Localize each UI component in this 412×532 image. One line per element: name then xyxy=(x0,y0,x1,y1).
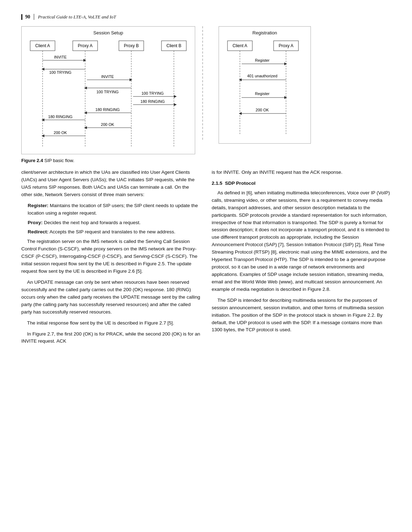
svg-text:100 TRYING: 100 TRYING xyxy=(97,90,119,94)
fig-divider xyxy=(202,26,203,140)
figure-caption: Figure 2.4 SIP basic flow. xyxy=(21,158,391,163)
svg-marker-33 xyxy=(84,126,87,129)
text-columns: client/server architecture in which the … xyxy=(21,169,391,349)
figure-label: Figure 2.4 xyxy=(21,158,43,163)
list-item-redirect: Redirect: Accepts the SIP request and tr… xyxy=(21,228,200,236)
session-setup-svg: Client A Proxy A Proxy B Client B xyxy=(27,39,190,149)
svg-text:Register: Register xyxy=(255,92,270,96)
svg-text:200 OK: 200 OK xyxy=(101,122,114,127)
left-para-5: In Figure 2.7, the first 200 (OK) is for… xyxy=(21,331,200,345)
svg-text:200 OK: 200 OK xyxy=(256,108,269,112)
page-header: 90 │ Practical Guide to LTE-A, VoLTE and… xyxy=(21,14,391,20)
left-column: client/server architecture in which the … xyxy=(21,169,200,349)
list-item-proxy: Proxy: Decides the next hop and forwards… xyxy=(21,219,200,227)
left-para-1: client/server architecture in which the … xyxy=(21,169,200,199)
figures-row: Session Setup Client A Proxy A Proxy B C… xyxy=(21,26,391,154)
svg-text:401 unauthorized: 401 unauthorized xyxy=(247,74,277,78)
page-title-text: Practical Guide to LTE-A, VoLTE and IoT xyxy=(38,14,116,20)
left-para-4: The initial response flow sent by the UE… xyxy=(21,320,200,327)
svg-text:180 RINGING: 180 RINGING xyxy=(95,107,120,112)
right-para-2: As defined in [6], when initiating multi… xyxy=(212,189,391,293)
session-setup-title: Session Setup xyxy=(27,30,190,35)
svg-marker-54 xyxy=(239,112,242,115)
svg-text:INVITE: INVITE xyxy=(54,55,66,59)
registration-svg: Client A Proxy A Register 401 unauthoriz… xyxy=(224,39,306,138)
svg-marker-21 xyxy=(174,95,177,98)
svg-text:Register: Register xyxy=(255,58,270,62)
svg-marker-9 xyxy=(83,59,86,62)
list-item-register: Register: Maintains the location of SIP … xyxy=(21,202,200,217)
right-para-3: The SDP is intended for describing multi… xyxy=(212,297,391,334)
svg-marker-12 xyxy=(42,68,44,71)
svg-text:180 RINGING: 180 RINGING xyxy=(48,115,72,119)
page: 90 │ Practical Guide to LTE-A, VoLTE and… xyxy=(0,0,412,532)
svg-marker-48 xyxy=(239,78,242,81)
registration-title: Registration xyxy=(224,30,306,35)
svg-text:Proxy A: Proxy A xyxy=(279,43,293,48)
svg-text:200 OK: 200 OK xyxy=(54,131,67,135)
svg-text:100 TRYING: 100 TRYING xyxy=(49,70,72,74)
right-column: is for INVITE. Only an INVITE request ha… xyxy=(212,169,391,349)
col-proxy-a: Proxy A xyxy=(78,43,92,48)
svg-marker-15 xyxy=(130,78,132,81)
svg-marker-24 xyxy=(174,103,177,106)
left-para-3: An UPDATE message can only be sent when … xyxy=(21,279,200,316)
col-proxy-b: Proxy B xyxy=(124,43,139,48)
page-number: 90 xyxy=(25,14,30,20)
svg-marker-30 xyxy=(42,118,44,121)
col-client-a: Client A xyxy=(35,43,50,48)
svg-text:180 RINGING: 180 RINGING xyxy=(141,99,165,104)
left-para-2: The registration server on the IMS netwo… xyxy=(21,238,200,275)
svg-marker-45 xyxy=(284,62,287,65)
session-setup-diagram: Session Setup Client A Proxy A Proxy B C… xyxy=(21,26,195,154)
page-title: │ xyxy=(32,14,36,20)
svg-text:100 TRYING: 100 TRYING xyxy=(142,91,164,95)
figure-caption-text: SIP basic flow. xyxy=(43,158,74,163)
registration-diagram: Registration Client A Proxy A Register xyxy=(219,26,311,144)
svg-marker-36 xyxy=(42,134,44,137)
col-client-b: Client B xyxy=(166,43,181,48)
svg-marker-51 xyxy=(284,96,287,99)
right-para-1: is for INVITE. Only an INVITE request ha… xyxy=(212,169,391,176)
svg-marker-18 xyxy=(84,87,87,89)
svg-text:INVITE: INVITE xyxy=(101,74,114,79)
svg-marker-27 xyxy=(84,111,87,114)
svg-text:Client A: Client A xyxy=(232,43,247,48)
sdp-section-heading: 2.1.5 SDP Protocol xyxy=(212,180,391,187)
